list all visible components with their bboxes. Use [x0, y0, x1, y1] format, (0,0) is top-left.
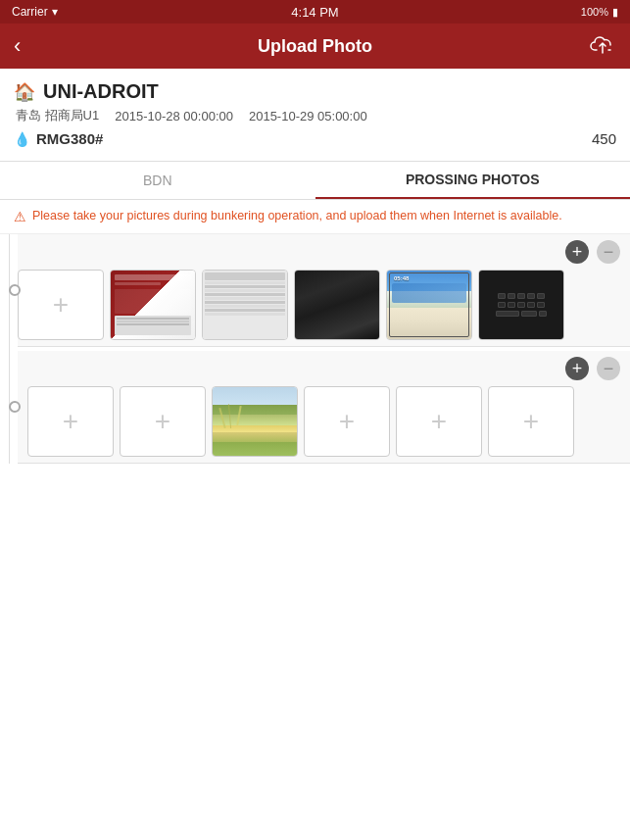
tabs: BDN PROSSING PHOTOS [0, 162, 630, 199]
photo-dark-sim [295, 271, 379, 339]
photo-screen-sim [203, 271, 287, 339]
fuel-drop-icon: 💧 [14, 131, 30, 147]
photo-groups-container: + − + [0, 234, 630, 464]
photo-thumb-empty-g2-2[interactable]: + [120, 386, 206, 457]
photo-thumb-nature[interactable] [212, 386, 298, 457]
timeline-dot-1 [9, 284, 21, 296]
vessel-details: 青岛 招商局U1 2015-10-28 00:00:00 2015-10-29 … [14, 107, 616, 124]
add-photo-icon: + [53, 289, 69, 321]
status-left: Carrier ▾ [12, 5, 58, 19]
carrier-text: Carrier [12, 5, 48, 19]
photo-ui-sim [111, 271, 195, 339]
photo-group-1: + − + [18, 234, 630, 347]
vessel-name: UNI-ADROIT [43, 80, 159, 103]
status-time: 4:14 PM [291, 5, 338, 20]
photo-thumb-screen[interactable] [202, 270, 288, 340]
add-photo-icon-g2-5: + [523, 406, 539, 437]
photo-thumb-dark[interactable] [294, 270, 380, 340]
photo-thumb-empty-1[interactable]: + [18, 270, 104, 340]
photo-thumb-empty-g2-1[interactable]: + [27, 386, 114, 457]
add-photo-icon-g2-3: + [339, 406, 355, 437]
photo-thumb-tablet[interactable]: 05:48 [386, 270, 472, 340]
group2-remove-button[interactable]: − [597, 357, 620, 380]
content-header: 🏠 UNI-ADROIT 青岛 招商局U1 2015-10-28 00:00:0… [0, 69, 630, 161]
status-right: 100% ▮ [581, 6, 618, 19]
warning-icon: ⚠ [14, 209, 26, 224]
photo-thumb-ui[interactable] [110, 270, 196, 340]
group1-toolbar: + − [18, 240, 620, 264]
tabs-container: BDN PROSSING PHOTOS [0, 161, 630, 200]
tab-processing-photos[interactable]: PROSSING PHOTOS [315, 162, 631, 199]
photo-thumb-empty-g2-3[interactable]: + [304, 386, 390, 457]
group2-add-button[interactable]: + [565, 357, 589, 380]
group1-add-button[interactable]: + [565, 240, 589, 264]
bottom-space [0, 464, 630, 841]
tab-bdn-label: BDN [143, 173, 172, 188]
wifi-icon: ▾ [52, 5, 58, 19]
vessel-date-start: 2015-10-28 00:00:00 [115, 109, 233, 124]
nav-title: Upload Photo [258, 36, 372, 57]
timeline-dot-2 [9, 401, 21, 413]
photo-thumb-empty-g2-4[interactable]: + [396, 386, 482, 457]
status-bar: Carrier ▾ 4:14 PM 100% ▮ [0, 0, 630, 24]
tab-processing-photos-label: PROSSING PHOTOS [406, 172, 540, 187]
vessel-header: 🏠 UNI-ADROIT [14, 80, 616, 103]
vessel-port: 青岛 招商局U1 [16, 107, 99, 124]
back-button[interactable]: ‹ [14, 35, 21, 57]
add-photo-icon-g2-2: + [155, 406, 170, 437]
group1-photos: + [18, 270, 620, 340]
fuel-type: RMG380# [36, 130, 103, 147]
vessel-building-icon: 🏠 [14, 81, 35, 103]
fuel-value: 450 [592, 130, 616, 147]
photo-group-2: + − + + + [18, 351, 630, 464]
photo-tablet-sim: 05:48 [387, 271, 471, 339]
nav-bar: ‹ Upload Photo [0, 24, 630, 69]
warning-bar: ⚠ Please take your pictures during bunke… [0, 200, 630, 234]
battery-text: 100% [581, 6, 608, 18]
battery-icon: ▮ [612, 6, 618, 19]
photo-thumb-empty-g2-5[interactable]: + [488, 386, 574, 457]
fuel-left: 💧 RMG380# [14, 130, 103, 147]
vessel-date-end: 2015-10-29 05:00:00 [249, 109, 367, 124]
photo-thumb-keyboard[interactable] [478, 270, 564, 340]
upload-cloud-icon[interactable] [589, 32, 616, 61]
add-photo-icon-g2-4: + [431, 406, 447, 437]
add-photo-icon-g2-1: + [63, 406, 78, 437]
group2-toolbar: + − [27, 357, 620, 380]
tab-bdn[interactable]: BDN [0, 163, 315, 198]
photo-keyboard-sim [479, 271, 563, 339]
timeline-line [9, 234, 10, 464]
photo-nature-sim [213, 387, 297, 456]
group2-photos: + + + + [27, 386, 620, 457]
group1-remove-button[interactable]: − [597, 240, 620, 264]
fuel-row: 💧 RMG380# 450 [14, 130, 616, 155]
warning-text: Please take your pictures during bunkeri… [32, 208, 562, 225]
